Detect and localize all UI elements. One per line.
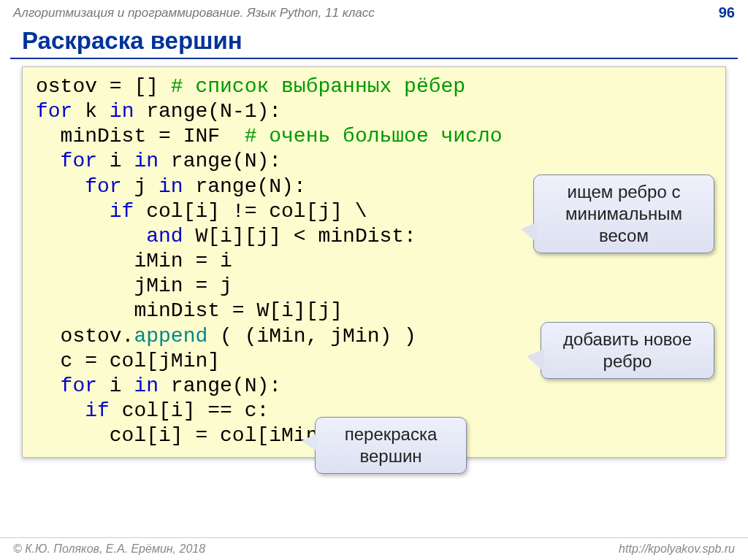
code-l5-mid: j	[122, 175, 159, 198]
callout-add-edge: добавить новое ребро	[541, 322, 714, 379]
code-l2-mid: k	[72, 100, 109, 123]
header: Алгоритмизация и программирование. Язык …	[0, 0, 748, 23]
code-l8: iMin = i	[36, 250, 232, 272]
code-block: ostov = [] # список выбранных рёбер for …	[22, 66, 726, 458]
code-l13-for: for	[36, 375, 97, 397]
page-number: 96	[719, 4, 735, 21]
code-l13-mid: i	[97, 375, 134, 397]
code-l4-mid: i	[97, 150, 134, 172]
code-l11fn: append	[134, 325, 207, 348]
code-l14-rest: col[i] == c:	[110, 399, 269, 422]
code-l2-for: for	[36, 100, 72, 123]
code-l3a: minDist = INF	[36, 125, 245, 147]
code-l4-rest: range(N):	[159, 150, 281, 172]
callout-tail-icon	[527, 349, 544, 372]
footer-url: http://kpolyakov.spb.ru	[619, 542, 735, 556]
code-l3c: # очень большое число	[245, 125, 503, 147]
code-l4-in: in	[134, 150, 159, 172]
callout-tail-icon	[301, 434, 317, 451]
code-l12: c = col[jMin]	[36, 350, 220, 372]
slide-title: Раскраска вершин	[22, 27, 748, 55]
code-l5-rest: range(N):	[183, 175, 306, 198]
course-label: Алгоритмизация и программирование. Язык …	[13, 6, 375, 20]
footer: © К.Ю. Поляков, Е.А. Ерёмин, 2018 http:/…	[0, 537, 748, 556]
callout-text: ищем ребро с минимальным весом	[565, 182, 682, 245]
callout-find-min-edge: ищем ребро с минимальным весом	[533, 174, 714, 253]
code-l5-for: for	[36, 175, 122, 198]
code-l7-rest: W[i][j] < minDist:	[183, 225, 416, 248]
callout-tail-icon	[521, 222, 537, 242]
code-l11b: ( (iMin, jMin) )	[207, 325, 416, 348]
code-l11a: ostov.	[36, 325, 134, 348]
code-l5-in: in	[159, 175, 183, 198]
title-rule	[10, 58, 738, 59]
callout-text: добавить новое ребро	[563, 329, 692, 371]
code-l1c: # список выбранных рёбер	[171, 75, 465, 98]
code-l6-rest: col[i] != col[j] \	[134, 200, 367, 223]
code-l10: minDist = W[i][j]	[36, 299, 343, 322]
code-l7-and: and	[36, 225, 183, 248]
code-l1a: ostov = []	[36, 75, 171, 98]
code-l2-rest: range(N-1):	[134, 100, 281, 123]
footer-copyright: © К.Ю. Поляков, Е.А. Ерёмин, 2018	[13, 542, 205, 556]
code-l14-if: if	[36, 399, 110, 422]
code-l13-rest: range(N):	[159, 375, 281, 397]
code-l13-in: in	[134, 375, 159, 397]
code-l2-in: in	[110, 100, 134, 123]
callout-text: перекраска вершин	[345, 424, 438, 466]
code-l6-if: if	[36, 200, 134, 223]
code-l4-for: for	[36, 150, 97, 172]
code-l9: jMin = j	[36, 275, 232, 297]
callout-recolor: перекраска вершин	[315, 417, 467, 474]
code-l15: col[i] = col[iMin]	[36, 424, 330, 447]
